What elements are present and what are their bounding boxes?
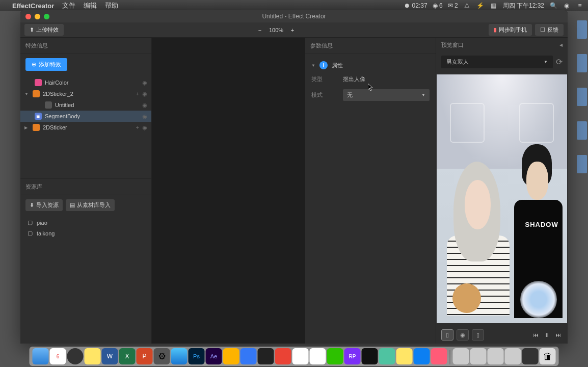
- status-badge-1[interactable]: ◉ 6: [433, 2, 443, 9]
- desktop-file[interactable]: [577, 155, 587, 173]
- next-frame-button[interactable]: ⏭: [553, 330, 563, 339]
- resource-item[interactable]: ▢ taikong: [20, 228, 151, 239]
- close-window-button[interactable]: [25, 14, 31, 19]
- trash-icon[interactable]: 🗑: [540, 348, 556, 364]
- battery-icon[interactable]: ▦: [490, 2, 498, 10]
- maximize-window-button[interactable]: [44, 14, 49, 19]
- add-effect-button[interactable]: ⊕ 添加特效: [25, 58, 67, 71]
- app-name-menu[interactable]: EffectCreator: [12, 2, 54, 10]
- app-icon[interactable]: [292, 348, 309, 364]
- axure-icon[interactable]: RP: [344, 348, 361, 364]
- settings-icon[interactable]: ⚙: [154, 348, 170, 364]
- visibility-toggle[interactable]: ◉: [142, 124, 147, 131]
- add-child-button[interactable]: +: [136, 124, 139, 131]
- pause-button[interactable]: ⏸: [542, 330, 551, 339]
- record-indicator[interactable]: ⏺ 02:37: [404, 2, 427, 9]
- desktop-file[interactable]: [577, 121, 587, 140]
- chrome-icon[interactable]: [310, 348, 326, 364]
- minimize-window-button[interactable]: [35, 14, 40, 19]
- refresh-button[interactable]: ⟳: [556, 57, 563, 67]
- finder-icon[interactable]: [33, 348, 49, 364]
- notes-icon[interactable]: [85, 348, 101, 364]
- photoshop-icon[interactable]: Ps: [189, 348, 205, 364]
- mail-icon[interactable]: [275, 348, 291, 364]
- app-icon[interactable]: [453, 348, 469, 364]
- attribute-section-header[interactable]: ▼ i 属性: [309, 58, 432, 72]
- app-icon[interactable]: [362, 348, 378, 364]
- app-icon[interactable]: [431, 348, 447, 364]
- siri-icon[interactable]: ◉: [563, 2, 571, 10]
- sketch-icon[interactable]: [223, 348, 239, 364]
- collapse-icon[interactable]: ◀: [559, 43, 563, 47]
- appstore-icon[interactable]: [171, 348, 188, 364]
- add-child-button[interactable]: +: [136, 91, 139, 97]
- device-phone-button[interactable]: ▯: [472, 329, 484, 340]
- visibility-toggle[interactable]: ◉: [142, 91, 147, 97]
- preview-template-select[interactable]: 男女双人 ▼: [441, 56, 553, 68]
- sync-phone-button[interactable]: ▮ 同步到手机: [489, 24, 532, 36]
- app-icon[interactable]: [396, 348, 413, 364]
- desktop-file[interactable]: [577, 20, 587, 39]
- params-panel: 参数信息 ▼ i 属性 类型 抠出人像 模式 无 ▼: [305, 38, 436, 344]
- feedback-icon: ☐: [540, 27, 545, 33]
- visibility-toggle[interactable]: ◉: [142, 102, 147, 109]
- device-portrait-button[interactable]: ▯: [441, 329, 453, 340]
- app-icon[interactable]: [488, 348, 504, 364]
- desktop-file[interactable]: [577, 54, 587, 72]
- safari-icon[interactable]: [67, 348, 84, 364]
- tree-item-untitled[interactable]: Untitled ◉: [20, 99, 151, 111]
- tree-item-2dsticker[interactable]: ▶ 2DSticker + ◉: [20, 122, 151, 133]
- wechat-icon[interactable]: [327, 348, 343, 364]
- menu-edit[interactable]: 编辑: [84, 1, 97, 10]
- prev-frame-button[interactable]: ⏮: [531, 330, 540, 339]
- bluetooth-icon[interactable]: ⚡: [476, 2, 485, 10]
- haircolor-icon: [35, 79, 42, 86]
- spotlight-icon[interactable]: 🔍: [549, 2, 557, 10]
- import-library-button[interactable]: ▤ 从素材库导入: [66, 199, 115, 211]
- zoom-in-button[interactable]: +: [288, 26, 297, 34]
- menu-file[interactable]: 文件: [62, 1, 75, 10]
- visibility-toggle[interactable]: ◉: [142, 80, 147, 86]
- mode-select[interactable]: 无 ▼: [343, 89, 430, 101]
- tree-item-segmentbody[interactable]: ▣ SegmentBody ◉: [20, 111, 151, 122]
- app-icon[interactable]: [505, 348, 521, 364]
- powerpoint-icon[interactable]: P: [137, 348, 153, 364]
- app-icon[interactable]: [379, 348, 395, 364]
- expand-arrow-icon[interactable]: ▶: [24, 125, 30, 130]
- menu-help[interactable]: 帮助: [105, 1, 118, 10]
- app-icon[interactable]: [240, 348, 257, 364]
- preview-controls: ▯ ◉ ▯ ⏮ ⏸ ⏭: [436, 326, 568, 344]
- wifi-icon[interactable]: ⚠: [463, 2, 471, 10]
- resource-item[interactable]: ▢ piao: [20, 217, 151, 228]
- feedback-button[interactable]: ☐ 反馈: [535, 24, 564, 36]
- desktop-file[interactable]: [577, 88, 587, 106]
- app-window: Untitled - Effect Creator ⬆ 上传特效 − 100% …: [20, 10, 568, 344]
- datetime[interactable]: 周四 下午12:32: [503, 2, 544, 10]
- tree-item-2dsticker2[interactable]: ▼ 2DSticker_2 + ◉: [20, 88, 151, 99]
- notifications-icon[interactable]: ≡: [576, 2, 584, 10]
- import-resource-button[interactable]: ⬇ 导入资源: [25, 199, 63, 211]
- preview-viewport: SHADOW: [437, 74, 567, 323]
- device-camera-button[interactable]: ◉: [457, 329, 469, 340]
- zoom-icon[interactable]: [414, 348, 430, 364]
- visibility-toggle[interactable]: ◉: [142, 113, 147, 120]
- attribute-label: 属性: [332, 62, 343, 69]
- upload-label: 上传特效: [36, 26, 59, 34]
- tree-label: HairColor: [45, 80, 68, 86]
- desktop-icons: [577, 20, 587, 173]
- unity-icon[interactable]: [258, 348, 274, 364]
- excel-icon[interactable]: X: [119, 348, 136, 364]
- app-icon[interactable]: [522, 348, 539, 364]
- expand-arrow-icon[interactable]: ▼: [24, 92, 30, 96]
- calendar-icon[interactable]: 6: [50, 348, 66, 364]
- upload-effect-button[interactable]: ⬆ 上传特效: [24, 24, 64, 36]
- app-icon[interactable]: [470, 348, 487, 364]
- canvas[interactable]: [152, 38, 305, 344]
- tree-item-haircolor[interactable]: HairColor ◉: [20, 77, 151, 88]
- aftereffects-icon[interactable]: Ae: [206, 348, 222, 364]
- zoom-out-button[interactable]: −: [256, 26, 264, 34]
- status-badge-2[interactable]: ✉ 2: [448, 2, 458, 9]
- tree-label: 2DSticker: [43, 124, 67, 130]
- download-icon: ⬇: [30, 202, 34, 208]
- word-icon[interactable]: W: [102, 348, 118, 364]
